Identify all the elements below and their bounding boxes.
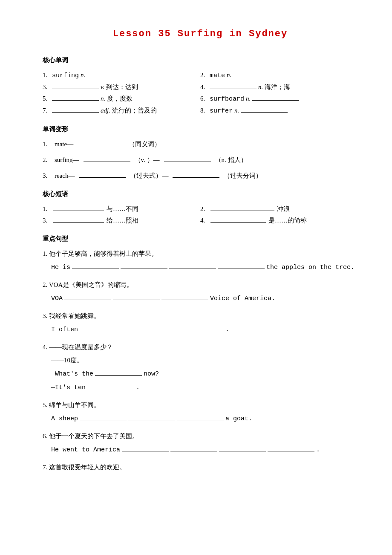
phrase-suffix-1: 与……不同 — [107, 203, 138, 215]
sentence-item-7: 7. 这首歌很受年轻人的欢迎。 — [43, 462, 358, 473]
s5-blank-2 — [128, 413, 175, 420]
phrase-blank-3 — [53, 215, 104, 223]
s6-blank-2 — [170, 444, 217, 451]
phrase-num-1: 1. — [43, 203, 50, 215]
vocab-word-2: mate — [210, 70, 225, 81]
morph-blank-2b — [164, 154, 211, 162]
vocab-blank-5 — [52, 93, 99, 101]
vocab-pos-2: n. — [227, 69, 231, 81]
s6-blank-1 — [122, 444, 169, 451]
s2-blank-2 — [113, 292, 160, 300]
morph-blank-3b — [173, 170, 219, 178]
sentence-english-4a: —What's the now? — [43, 368, 358, 380]
sentence-chinese-7: 7. 这首歌很受年轻人的欢迎。 — [43, 462, 358, 473]
vocab-pos-8: n. — [234, 105, 239, 116]
phrase-blank-4 — [210, 215, 266, 223]
sentence-chinese-5: 5. 绵羊与山羊不同。 — [43, 399, 358, 411]
s5-blank-1 — [80, 413, 127, 420]
sentence-item-6: 6. 他于一个夏天的下午去了美国。 He went to America . — [43, 431, 358, 456]
s1-blank-1 — [72, 261, 119, 269]
phrase-suffix-2: 冲浪 — [277, 203, 290, 215]
sentence-chinese-2: 2. VOA是《美国之音》的缩写。 — [43, 279, 358, 291]
sentence-english-2: VOA Voice of America. — [43, 292, 358, 304]
vocab-pos-4: n. — [258, 81, 263, 93]
sentence-chinese-6: 6. 他于一个夏天的下午去了美国。 — [43, 431, 358, 442]
phrase-num-3: 3. — [43, 215, 50, 226]
sentence-item-2: 2. VOA是《美国之音》的缩写。 VOA Voice of America. — [43, 279, 358, 304]
morph-num-3: 3. — [43, 170, 50, 182]
vocab-num-4: 4. — [200, 81, 208, 93]
vocab-blank-2 — [233, 69, 280, 77]
vocab-num-1: 1. — [43, 69, 50, 81]
vocab-row-1: 1. surfing n. 2. mate n. — [43, 69, 358, 81]
morph-mid-3: （过去式）— — [130, 170, 168, 182]
phrase-suffix-4: 是……的简称 — [268, 215, 307, 226]
phrase-num-4: 4. — [200, 215, 208, 226]
sentence-english-6: He went to America . — [43, 444, 358, 456]
s2-blank-3 — [161, 292, 208, 300]
vocab-meaning-5: 度，度数 — [107, 93, 133, 104]
sentence-chinese-1: 1. 他个子足够高，能够得着树上的苹果。 — [43, 248, 358, 260]
sentence-english-4b: —It's ten . — [43, 382, 358, 393]
s4-blank-1 — [95, 368, 142, 376]
morph-blank-2a — [84, 154, 130, 162]
morph-prefix-1: mate— — [55, 139, 73, 150]
s1-blank-3 — [169, 261, 216, 269]
sentence-section-title: 重点句型 — [43, 233, 358, 245]
vocab-num-2: 2. — [200, 69, 208, 81]
vocab-pos-7: adj. — [101, 105, 110, 116]
s6-blank-4 — [268, 444, 314, 451]
sentence-item-3: 3. 我经常看她跳舞。 I often . — [43, 310, 358, 335]
s5-blank-3 — [177, 413, 224, 420]
vocab-pos-5: n. — [101, 93, 105, 104]
phrase-blank-2 — [210, 203, 274, 211]
sentence-english-3: I often . — [43, 324, 358, 335]
sentence-item-5: 5. 绵羊与山羊不同。 A sheep a goat. — [43, 399, 358, 425]
sentence-english-5: A sheep a goat. — [43, 413, 358, 425]
vocab-row-4: 7. adj. 流行的；普及的 8. surfer n. — [43, 105, 358, 117]
vocab-section-title: 核心单词 — [43, 55, 358, 66]
phrase-row-1: 1. 与……不同 2. 冲浪 — [43, 203, 358, 215]
phrase-row-2: 3. 给……照相 4. 是……的简称 — [43, 215, 358, 226]
phrase-section-title: 核心短语 — [43, 188, 358, 200]
sentence-chinese-3: 3. 我经常看她跳舞。 — [43, 310, 358, 322]
morph-prefix-2: surfing— — [55, 154, 79, 166]
vocab-blank-8 — [241, 105, 288, 113]
sentence-item-4: 4. ——现在温度是多少？ ——10度。 —What's the now? —I… — [43, 341, 358, 393]
vocab-num-7: 7. — [43, 105, 50, 116]
s1-blank-2 — [121, 261, 167, 269]
morph-suffix-1: （同义词） — [129, 139, 161, 150]
morph-row-3: 3. reach— （过去式）— （过去分词） — [43, 170, 358, 182]
morph-suffix-2: （n. 指人） — [215, 154, 247, 166]
morph-prefix-3: reach— — [55, 170, 75, 182]
sentence-chinese-4a: 4. ——现在温度是多少？ — [43, 341, 358, 353]
s1-blank-4 — [218, 261, 265, 269]
vocab-blank-6 — [252, 93, 299, 101]
morph-num-1: 1. — [43, 139, 50, 150]
page-title: Lesson 35 Surfing in Sydney — [43, 26, 358, 43]
vocab-row-3: 5. n. 度，度数 6. surfboard n. — [43, 93, 358, 105]
morph-section-title: 单词变形 — [43, 124, 358, 135]
morph-suffix-3: （过去分词） — [224, 170, 262, 182]
phrase-suffix-3: 给……照相 — [107, 215, 138, 226]
sentence-chinese-4b: ——10度。 — [43, 355, 358, 366]
phrase-blank-1 — [53, 203, 104, 211]
vocab-blank-1 — [87, 69, 134, 77]
vocab-num-8: 8. — [200, 105, 208, 116]
vocab-num-6: 6. — [200, 93, 208, 104]
phrase-num-2: 2. — [200, 203, 208, 215]
vocab-pos-1: n. — [81, 69, 85, 81]
morph-mid-2: （v. ）— — [135, 154, 160, 166]
s2-blank-1 — [64, 292, 111, 300]
vocab-num-3: 3. — [43, 81, 50, 93]
s6-blank-3 — [219, 444, 266, 451]
vocab-meaning-7: 流行的；普及的 — [112, 105, 157, 116]
morph-num-2: 2. — [43, 154, 50, 166]
vocab-blank-7 — [52, 105, 99, 113]
sentence-english-1: He is the apples on the tree. — [43, 261, 358, 273]
morph-blank-3a — [79, 170, 126, 178]
vocab-row-2: 3. v. 到达；达到 4. n. 海洋；海 — [43, 81, 358, 93]
s4-blank-2 — [87, 382, 134, 389]
vocab-pos-6: n. — [246, 93, 251, 104]
vocab-blank-3 — [52, 81, 99, 89]
